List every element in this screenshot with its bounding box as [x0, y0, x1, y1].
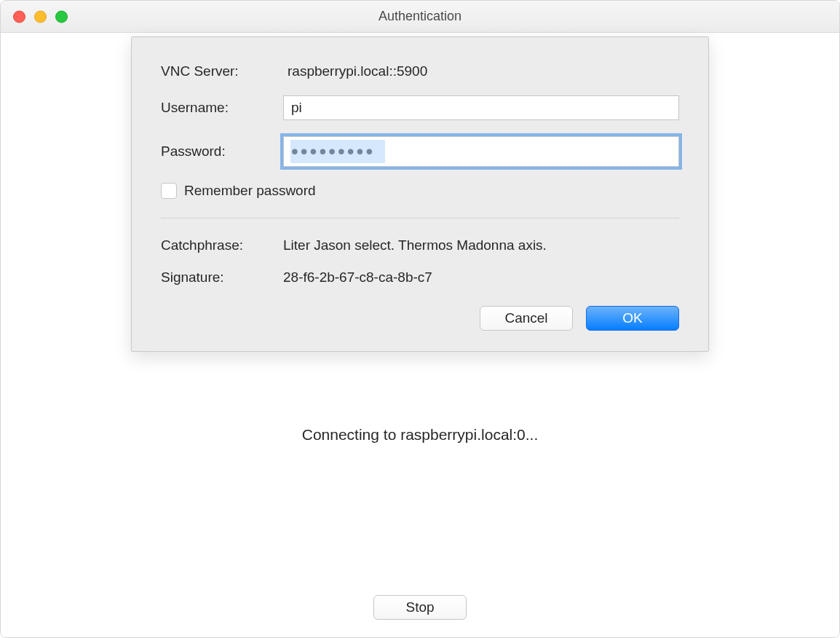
catchphrase-label: Catchphrase: [161, 237, 283, 253]
ok-button[interactable]: OK [586, 306, 679, 331]
remember-password-row: Remember password [161, 183, 679, 199]
dialog-buttons: Cancel OK [161, 306, 679, 331]
stop-button-wrap: Stop [1, 595, 839, 620]
stop-button[interactable]: Stop [373, 595, 467, 620]
window-title: Authentication [1, 9, 839, 24]
catchphrase-value: Liter Jason select. Thermos Madonna axis… [283, 237, 547, 253]
cancel-button[interactable]: Cancel [480, 306, 573, 331]
password-field[interactable] [283, 136, 679, 167]
signature-label: Signature: [161, 269, 283, 285]
connecting-status: Connecting to raspberrypi.local:0... [1, 426, 839, 444]
vnc-server-value: raspberrypi.local::5900 [283, 63, 427, 79]
main-window: Authentication VNC Server: raspberrypi.l… [0, 0, 840, 638]
authentication-dialog: VNC Server: raspberrypi.local::5900 User… [131, 36, 709, 352]
signature-row: Signature: 28-f6-2b-67-c8-ca-8b-c7 [161, 269, 679, 285]
zoom-icon[interactable] [55, 10, 68, 23]
remember-password-label[interactable]: Remember password [184, 183, 316, 199]
username-label: Username: [161, 100, 283, 116]
vnc-server-row: VNC Server: raspberrypi.local::5900 [161, 63, 679, 79]
password-wrapper [283, 136, 679, 167]
minimize-icon[interactable] [34, 10, 47, 23]
window-body: VNC Server: raspberrypi.local::5900 User… [1, 33, 839, 637]
divider [161, 218, 679, 218]
password-label: Password: [161, 143, 283, 160]
signature-value: 28-f6-2b-67-c8-ca-8b-c7 [283, 269, 432, 285]
close-icon[interactable] [13, 10, 25, 23]
traffic-lights [13, 10, 68, 23]
username-row: Username: [161, 95, 679, 120]
vnc-server-label: VNC Server: [161, 63, 283, 79]
titlebar: Authentication [1, 1, 839, 33]
password-row: Password: [161, 136, 679, 167]
catchphrase-row: Catchphrase: Liter Jason select. Thermos… [161, 237, 679, 253]
remember-password-checkbox[interactable] [161, 183, 177, 199]
username-field[interactable] [283, 95, 679, 120]
